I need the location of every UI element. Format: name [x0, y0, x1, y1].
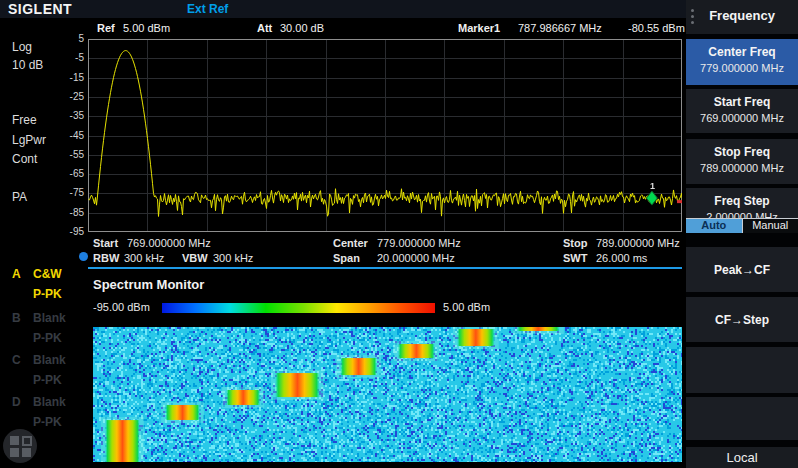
y-axis-tick: -55 — [70, 149, 84, 160]
top-status-bar: SIGLENT Ext Ref — [0, 0, 686, 18]
menu-header: Frequency — [686, 0, 798, 34]
start-value: 769.000000 MHz — [127, 237, 211, 249]
status-item-lgpwr: LgPwr — [12, 133, 46, 147]
menu-grip-dot-icon — [691, 15, 694, 18]
layout-square-icon — [10, 436, 19, 445]
spectrum-trace-canvas — [88, 39, 682, 232]
menu-title: Frequency — [709, 8, 775, 23]
menu-btn-label: Freq Step — [686, 194, 798, 208]
toggle-option-manual[interactable]: Manual — [742, 219, 798, 233]
ref-label: Ref — [97, 22, 115, 34]
menu-btn-start-freq[interactable]: Start Freq769.000000 MHz — [686, 89, 798, 133]
menu-btn-value: 769.000000 MHz — [686, 112, 798, 124]
menu-grip-dot-icon — [691, 21, 694, 24]
waterfall-canvas — [93, 327, 682, 462]
rbw-coupled-dot — [79, 252, 88, 261]
menu-btn-center-freq[interactable]: Center Freq779.000000 MHz — [686, 39, 798, 85]
layout-square-icon — [10, 448, 19, 457]
status-item-pa: PA — [12, 190, 27, 204]
swt-label: SWT — [563, 252, 587, 264]
stop-value: 789.000000 MHz — [596, 237, 680, 249]
menu-btn-peak-cf[interactable]: Peak→CF — [686, 247, 798, 292]
rbw-label: RBW — [93, 252, 119, 264]
local-button[interactable]: Local — [686, 447, 798, 468]
trace-mode: Blank — [33, 395, 66, 409]
trace-detector-label: P-PK — [33, 415, 62, 429]
stop-label: Stop — [563, 237, 587, 249]
y-axis-tick: -25 — [70, 91, 84, 102]
menu-btn-label: CF→Step — [715, 313, 769, 327]
menu-btn-blank-8[interactable] — [686, 397, 798, 440]
y-axis-tick: -65 — [70, 168, 84, 179]
y-axis-tick: -45 — [70, 130, 84, 141]
y-axis-tick: -35 — [70, 110, 84, 121]
trace-detector-label: P-PK — [33, 287, 62, 301]
layout-square-icon — [22, 448, 31, 457]
menu-btn-value: 789.000000 MHz — [686, 162, 798, 174]
center-label: Center — [333, 237, 368, 249]
menu-btn-label: Peak→CF — [714, 263, 770, 277]
span-value: 20.000000 MHz — [377, 252, 455, 264]
colorbar-min-label: -95.00 dBm — [93, 301, 150, 313]
center-value: 779.000000 MHz — [377, 237, 461, 249]
menu-btn-freq-step[interactable]: Freq Step2.000000 MHzAutoManual — [686, 188, 798, 233]
menu-btn-value: 779.000000 MHz — [686, 62, 798, 74]
att-value: 30.00 dB — [280, 22, 324, 34]
vbw-value: 300 kHz — [213, 252, 253, 264]
span-label: Span — [333, 252, 360, 264]
trace-mode: C&W — [33, 267, 62, 281]
y-axis-tick: -15 — [70, 72, 84, 83]
att-label: Att — [257, 22, 272, 34]
trace-mode: Blank — [33, 353, 66, 367]
trace-id: A — [12, 267, 21, 281]
window-layout-icon[interactable] — [3, 429, 37, 463]
marker-frequency: 787.986667 MHz — [518, 22, 602, 34]
colorbar-max-label: 5.00 dBm — [443, 301, 490, 313]
trace-id: B — [12, 311, 21, 325]
menu-btn-blank-7[interactable] — [686, 347, 798, 393]
y-axis-tick: -85 — [70, 207, 84, 218]
ref-value: 5.00 dBm — [123, 22, 170, 34]
status-item-10-db: 10 dB — [12, 58, 43, 72]
section-divider-line — [88, 267, 682, 269]
status-item-log: Log — [12, 40, 32, 54]
spectrum-analyzer-screen: SIGLENT Ext Ref Ref 5.00 dBm Att 30.00 d… — [0, 0, 798, 468]
menu-btn-stop-freq[interactable]: Stop Freq789.000000 MHz — [686, 139, 798, 184]
amplitude-colorbar — [162, 303, 435, 313]
frequency-readout-row: Start 769.000000 MHz Center 779.000000 M… — [0, 237, 686, 251]
auto-manual-toggle: AutoManual — [686, 218, 798, 233]
ext-ref-indicator: Ext Ref — [187, 2, 228, 16]
menu-btn-label: Stop Freq — [686, 145, 798, 159]
menu-grip-dot-icon — [691, 9, 694, 12]
trace-id: D — [12, 395, 21, 409]
marker-label: Marker1 — [458, 22, 500, 34]
trace-detector-label: P-PK — [33, 331, 62, 345]
layout-square-outline-icon — [22, 436, 32, 446]
trace-id: C — [12, 353, 21, 367]
rbw-value: 300 kHz — [124, 252, 164, 264]
toggle-option-auto[interactable]: Auto — [686, 219, 742, 233]
trace-detector-label: P-PK — [33, 373, 62, 387]
bandwidth-readout-row: RBW 300 kHz VBW 300 kHz Span 20.000000 M… — [0, 252, 686, 266]
marker-amplitude: -80.55 dBm — [628, 22, 685, 34]
status-item-free: Free — [12, 113, 37, 127]
frequency-menu-panel: Frequency Center Freq779.000000 MHzStart… — [686, 0, 798, 468]
menu-btn-label: Center Freq — [686, 45, 798, 59]
menu-btn-cf-step[interactable]: CF→Step — [686, 297, 798, 342]
swt-value: 26.000 ms — [596, 252, 647, 264]
vbw-label: VBW — [182, 252, 208, 264]
y-axis-tick: -5 — [75, 52, 84, 63]
spectrum-monitor-title: Spectrum Monitor — [93, 277, 204, 292]
start-label: Start — [93, 237, 118, 249]
trace-mode: Blank — [33, 311, 66, 325]
y-axis-tick: -75 — [70, 187, 84, 198]
status-item-cont: Cont — [12, 152, 37, 166]
y-axis-tick: -95 — [70, 226, 84, 237]
menu-btn-label: Start Freq — [686, 95, 798, 109]
y-axis-tick: 5 — [78, 33, 84, 44]
